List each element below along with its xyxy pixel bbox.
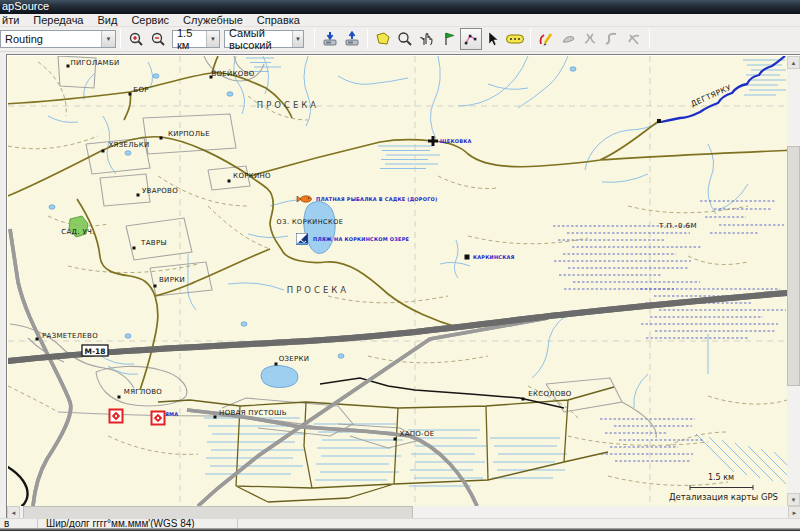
vertical-scroll-thumb[interactable] [787,146,800,386]
scale-combo-value: 1.5 км [177,27,206,51]
scroll-up-button[interactable]: ▲ [787,56,800,69]
city-dot [394,438,397,441]
city-label: ХЯЗЕЛЬКИ [108,141,149,149]
map-scale-combo[interactable]: 1.5 км ▼ [172,30,220,48]
curve-tool-disabled [601,28,623,50]
city-label: УВАРОВО [142,187,178,195]
waypoint-flag-tool-button[interactable] [438,28,460,50]
area-label: ПРОСЕКА [287,285,349,295]
poi-label: ПЛАТНАЯ РЫБАЛКА В САДКЕ (ДОРОГО) [316,196,437,202]
city-dot [160,137,163,140]
city-label: НОВАЯ ПУСТОШЬ [219,409,287,417]
city-label: БОР [133,86,148,94]
city-label: ТАВРЫ [140,239,167,247]
menu-item-2[interactable]: Передача [26,14,90,26]
poi-label: ПЛЯЖ НА КОРКИНСКОМ ОЗЕРЕ [313,236,410,242]
chevron-down-icon[interactable]: ▼ [292,31,303,47]
route-split-tool-disabled [579,28,601,50]
chevron-down-icon[interactable]: ▼ [101,31,115,47]
city-dot [67,65,70,68]
area-label: ПРОСЕКА [257,100,319,110]
city-label: ВОЕЙКОВО [211,69,254,78]
detail-combo-value: Самый высокий [229,27,292,51]
city-label: САД. УЧ. [61,228,94,236]
map-label: ОЗ. КОРКИНСКОЕ [277,218,344,226]
poi-label: ЯМА [165,411,178,417]
title-bar[interactable]: apSource [0,0,800,14]
map-graphic[interactable]: ПИГОЛАМБИВОЕЙКОВОБОРКИРПОЛЬЕХЯЗЕЛЬКИКОРК… [8,56,787,506]
city-dot [137,194,140,197]
track-tool-disabled [623,28,645,50]
poi-label: ЩЕКОВКА [440,138,472,144]
city-dot [214,416,217,419]
toolbar-separator [649,29,650,49]
toolbar-separator [120,29,121,49]
alert-waypoint-icon[interactable] [152,412,165,425]
lake-ozerki [261,365,298,387]
status-bar: в Шир/долг гггг°мм.ммм'(WGS 84) [0,518,800,528]
toolbar: Routing ▼ 1.5 км ▼ Самый высокий ▼ [0,27,800,52]
menu-item-1[interactable]: йти [0,14,26,26]
square-waypoint-icon[interactable] [465,255,470,260]
route-select-combo[interactable]: Routing ▼ [0,30,116,48]
menu-item-6[interactable]: Справка [250,14,307,26]
window-title: apSource [2,0,49,12]
pan-hand-tool-button[interactable] [416,28,438,50]
menu-item-5[interactable]: Служебные [176,14,250,26]
city-dot [154,285,157,288]
map-dot [657,119,661,123]
toolbar-separator [530,29,531,49]
map-canvas[interactable]: ПИГОЛАМБИВОЕЙКОВОБОРКИРПОЛЬЕХЯЗЕЛЬКИКОРК… [8,56,787,506]
city-label: ЕКСОЛОВО [528,390,571,398]
city-label: ПИГОЛАМБИ [70,59,119,67]
svg-text:М-18: М-18 [84,347,105,356]
map-background [8,56,787,506]
highway-shield: М-18 [82,345,108,356]
selection-arrow-tool-button[interactable] [482,28,504,50]
scroll-down-button[interactable]: ▼ [787,493,800,506]
toolbar-separator [367,29,368,49]
measure-distance-tool-button[interactable] [504,28,526,50]
toolbar-separator [314,29,315,49]
city-label: РАЗМЕТЕЛЕВО [42,332,98,340]
route-edit-tool-button[interactable] [535,28,557,50]
city-dot [129,93,132,96]
zoom-in-button[interactable] [125,28,147,50]
city-label: ОЗЕРКИ [279,355,310,363]
alert-waypoint-icon[interactable] [110,410,123,423]
map-label: Т.П.-0.6М [658,222,697,230]
zoom-out-button[interactable] [147,28,169,50]
city-dot [133,247,136,250]
menu-item-4[interactable]: Сервис [124,14,176,26]
mapsource-window: apSource йтиПередачаВидСервисСлужебныеСп… [0,0,800,531]
poi-label: КАРКИНСКАЯ [473,254,515,260]
route-join-tool-disabled [557,28,579,50]
city-dot [118,396,121,399]
zoom-tool-button[interactable] [394,28,416,50]
map-detail-caption: Детализация карты GPS [669,492,778,502]
receive-from-device-button[interactable] [341,28,363,50]
beach-poi-icon[interactable] [297,234,308,245]
vertical-scrollbar[interactable]: ▲ ▼ [787,56,800,506]
detail-level-combo[interactable]: Самый высокий ▼ [224,30,304,48]
route-tool-button[interactable] [460,28,482,50]
menu-item-3[interactable]: Вид [91,14,125,26]
city-label: МЯГЛОВО [124,388,163,396]
menu-bar: йтиПередачаВидСервисСлужебныеСправка [0,14,800,27]
city-label: КИРПОЛЬЕ [168,130,210,138]
send-to-device-button[interactable] [319,28,341,50]
route-combo-value: Routing [5,33,43,45]
city-dot [275,363,278,366]
scale-distance-label: 1.5 км [708,473,734,482]
city-label: КОРКИНО [233,172,271,180]
city-label: ВИРКИ [159,276,185,284]
city-dot [228,180,231,183]
status-left-cell: в [0,519,38,528]
chevron-down-icon[interactable]: ▼ [206,31,219,47]
map-select-tool-button[interactable] [372,28,394,50]
city-dot [522,398,525,401]
coordinate-format-cell: Шир/долг гггг°мм.ммм'(WGS 84) [38,519,238,528]
city-dot [102,150,105,153]
city-label: ХАПО-ОЕ [400,430,435,438]
map-frame: ПИГОЛАМБИВОЕЙКОВОБОРКИРПОЛЬЕХЯЗЕЛЬКИКОРК… [6,54,800,518]
